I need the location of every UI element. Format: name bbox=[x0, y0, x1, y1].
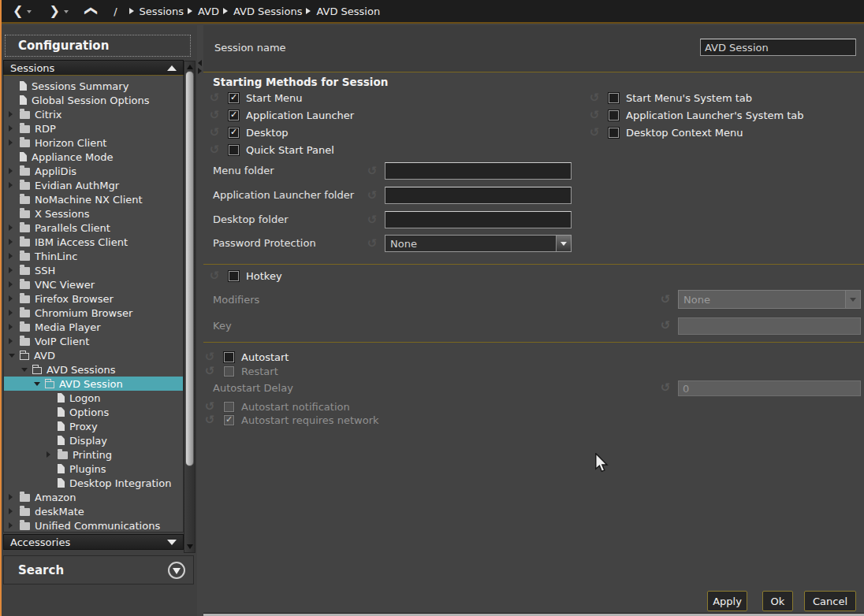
checkbox-application-launcher-s-system-tab[interactable] bbox=[609, 110, 619, 121]
expand-arrow-icon[interactable] bbox=[9, 522, 17, 529]
expand-arrow-icon[interactable] bbox=[9, 111, 17, 117]
revert-icon[interactable]: ↺ bbox=[203, 351, 216, 363]
expand-arrow-icon[interactable] bbox=[47, 451, 54, 458]
collapse-arrow-icon[interactable] bbox=[21, 368, 29, 372]
tree-item-plugins[interactable]: Plugins bbox=[4, 462, 183, 476]
menu-folder-input[interactable] bbox=[385, 162, 572, 180]
ok-button[interactable]: Ok bbox=[762, 591, 793, 611]
expand-arrow-icon[interactable] bbox=[9, 139, 17, 146]
tree-item-chromium-browser[interactable]: Chromium Browser bbox=[4, 306, 183, 320]
tree-item-avd-sessions[interactable]: AVD Sessions bbox=[4, 362, 183, 377]
apply-button[interactable]: Apply bbox=[707, 591, 747, 611]
tree-item-citrix[interactable]: Citrix bbox=[4, 107, 183, 121]
tree-item-deskmate[interactable]: deskMate bbox=[4, 504, 183, 518]
scroll-up-icon[interactable] bbox=[187, 65, 193, 69]
back-icon[interactable]: ❮ bbox=[11, 1, 24, 21]
expand-arrow-icon[interactable] bbox=[9, 494, 17, 500]
breadcrumb-item-avd-session[interactable]: AVD Session bbox=[316, 6, 380, 17]
checkbox-application-launcher[interactable] bbox=[229, 110, 239, 121]
dropdown-arrow-icon[interactable] bbox=[556, 236, 571, 251]
tree-item-display[interactable]: Display bbox=[4, 433, 183, 447]
tree-item-avd-session[interactable]: AVD Session bbox=[4, 377, 183, 391]
breadcrumb-root[interactable]: / bbox=[114, 6, 117, 17]
search-panel-header[interactable]: Search bbox=[3, 555, 194, 584]
tree-item-vnc-viewer[interactable]: VNC Viewer bbox=[4, 277, 183, 291]
tree-item-applidis[interactable]: AppliDis bbox=[4, 164, 183, 178]
sidebar-splitter-handle[interactable] bbox=[198, 60, 202, 74]
tree-item-avd[interactable]: AVD bbox=[4, 348, 183, 362]
tree-scrollbar[interactable] bbox=[184, 61, 196, 553]
tree-item-logon[interactable]: Logon bbox=[4, 391, 183, 405]
horizontal-scrollbar-track[interactable] bbox=[203, 613, 864, 616]
expand-arrow-icon[interactable] bbox=[9, 225, 17, 231]
cancel-button[interactable]: Cancel bbox=[804, 591, 856, 611]
checkbox-desktop-context-menu[interactable] bbox=[609, 128, 619, 138]
tree-item-amazon[interactable]: Amazon bbox=[4, 490, 183, 504]
revert-icon[interactable]: ↺ bbox=[208, 269, 221, 282]
revert-icon[interactable]: ↺ bbox=[208, 143, 221, 156]
desktop-folder-input[interactable] bbox=[385, 211, 572, 228]
tree-item-proxy[interactable]: Proxy bbox=[4, 419, 183, 433]
tree-item-media-player[interactable]: Media Player bbox=[4, 320, 183, 334]
revert-icon[interactable]: ↺ bbox=[208, 109, 221, 121]
expand-arrow-icon[interactable] bbox=[9, 338, 17, 344]
search-expand-icon[interactable] bbox=[168, 562, 185, 579]
tree-item-thinlinc[interactable]: ThinLinc bbox=[4, 249, 183, 263]
revert-icon[interactable]: ↺ bbox=[208, 126, 221, 139]
checkbox-start-menu[interactable] bbox=[229, 93, 239, 103]
forward-icon[interactable]: ❯ bbox=[47, 1, 61, 21]
tree-item-appliance-mode[interactable]: Appliance Mode bbox=[4, 150, 183, 164]
tree-item-unified-communications[interactable]: Unified Communications bbox=[4, 518, 183, 533]
session-name-input[interactable] bbox=[700, 39, 856, 56]
revert-icon[interactable]: ↺ bbox=[366, 213, 378, 226]
password-protection-select[interactable]: None bbox=[385, 235, 572, 252]
expand-arrow-icon[interactable] bbox=[9, 182, 17, 188]
accordion-accessories[interactable]: Accessories bbox=[3, 534, 184, 550]
revert-icon[interactable]: ↺ bbox=[366, 189, 378, 202]
forward-history-dropdown-icon[interactable] bbox=[64, 10, 69, 13]
scrollbar-thumb[interactable] bbox=[185, 71, 194, 466]
tree-item-desktop-integration[interactable]: Desktop Integration bbox=[4, 476, 183, 490]
expand-arrow-icon[interactable] bbox=[9, 239, 17, 245]
revert-icon[interactable]: ↺ bbox=[208, 91, 221, 104]
checkbox-desktop[interactable] bbox=[229, 128, 239, 138]
tree-item-x-sessions[interactable]: X Sessions bbox=[4, 206, 183, 221]
expand-arrow-icon[interactable] bbox=[9, 310, 17, 316]
breadcrumb-item-avd-sessions[interactable]: AVD Sessions bbox=[233, 6, 302, 17]
tree-item-parallels-client[interactable]: Parallels Client bbox=[4, 221, 183, 235]
collapse-arrow-icon[interactable] bbox=[34, 382, 42, 386]
checkbox-autostart[interactable] bbox=[224, 352, 234, 362]
accordion-sessions[interactable]: Sessions bbox=[3, 60, 184, 76]
tree-item-rdp[interactable]: RDP bbox=[4, 121, 183, 135]
expand-arrow-icon[interactable] bbox=[9, 267, 17, 273]
expand-arrow-icon[interactable] bbox=[9, 295, 17, 302]
scroll-down-icon[interactable] bbox=[187, 544, 193, 549]
back-history-dropdown-icon[interactable] bbox=[27, 10, 32, 13]
tree-item-ssh[interactable]: SSH bbox=[4, 263, 183, 277]
tree-item-firefox-browser[interactable]: Firefox Browser bbox=[4, 291, 183, 306]
tree-item-printing[interactable]: Printing bbox=[4, 447, 183, 462]
expand-arrow-icon[interactable] bbox=[9, 253, 17, 259]
expand-arrow-icon[interactable] bbox=[9, 281, 17, 288]
breadcrumb-item-avd[interactable]: AVD bbox=[198, 6, 219, 17]
revert-icon[interactable]: ↺ bbox=[366, 237, 378, 250]
tree-item-global-session-options[interactable]: Global Session Options bbox=[4, 93, 183, 107]
expand-arrow-icon[interactable] bbox=[9, 168, 17, 174]
checkbox-start-menu-s-system-tab[interactable] bbox=[609, 93, 619, 103]
breadcrumb-item-sessions[interactable]: Sessions bbox=[140, 6, 184, 17]
revert-icon[interactable]: ↺ bbox=[588, 126, 601, 139]
up-icon[interactable]: ❮ bbox=[81, 4, 102, 17]
revert-icon[interactable]: ↺ bbox=[588, 91, 601, 104]
tree-item-evidian-authmgr[interactable]: Evidian AuthMgr bbox=[4, 178, 183, 192]
tree-item-horizon-client[interactable]: Horizon Client bbox=[4, 135, 183, 150]
tree-item-ibm-iaccess-client[interactable]: IBM iAccess Client bbox=[4, 235, 183, 249]
revert-icon[interactable]: ↺ bbox=[588, 109, 601, 121]
tree-item-options[interactable]: Options bbox=[4, 405, 183, 419]
expand-arrow-icon[interactable] bbox=[9, 324, 17, 330]
collapse-arrow-icon[interactable] bbox=[9, 354, 17, 358]
expand-arrow-icon[interactable] bbox=[9, 125, 17, 132]
application-launcher-folder-input[interactable] bbox=[385, 187, 572, 204]
tree-item-nomachine-nx-client[interactable]: NoMachine NX Client bbox=[4, 192, 183, 206]
tree-item-voip-client[interactable]: VoIP Client bbox=[4, 334, 183, 348]
revert-icon[interactable]: ↺ bbox=[366, 165, 378, 177]
